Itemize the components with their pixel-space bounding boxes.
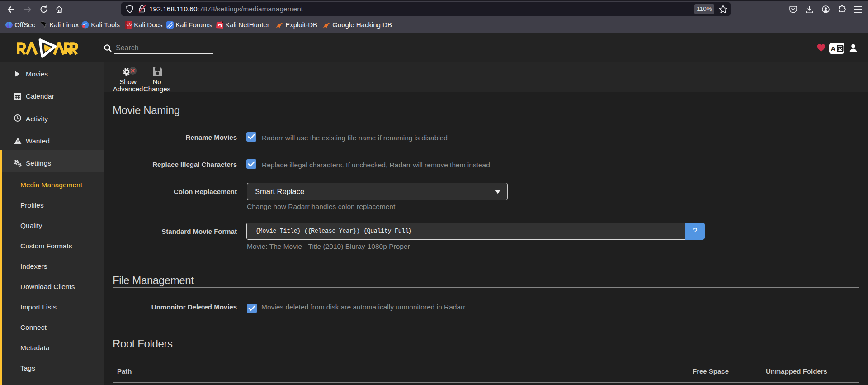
svg-text:A: A [831,45,836,52]
svg-text:</>: </> [126,23,132,27]
